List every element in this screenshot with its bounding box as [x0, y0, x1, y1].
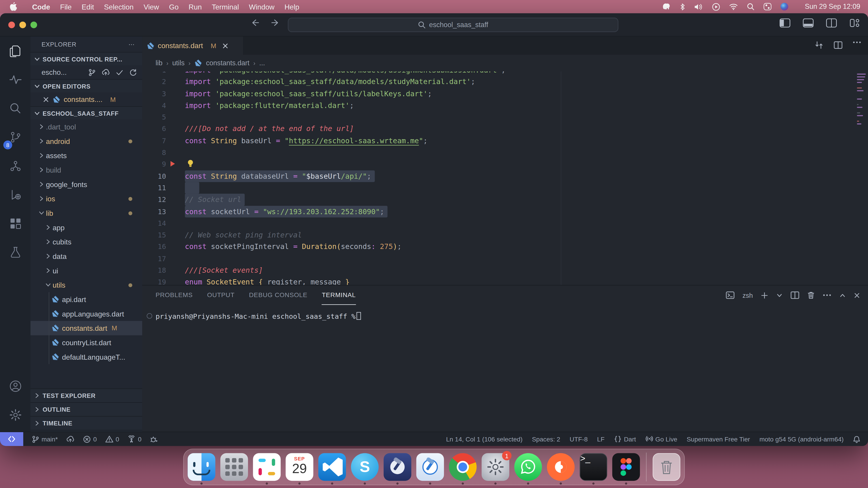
dock-whatsapp[interactable]	[514, 453, 542, 481]
toggle-panel-icon[interactable]	[803, 18, 814, 28]
activitybar-run-debug[interactable]	[0, 180, 31, 209]
code-line-11[interactable]: 11	[142, 182, 855, 194]
screen-mirror-icon[interactable]	[712, 2, 720, 11]
menu-run[interactable]: Run	[184, 2, 207, 11]
section-timeline[interactable]: TIMELINE	[31, 416, 143, 430]
code-line-10[interactable]: 10const String databaseUrl = "$baseUrl/a…	[142, 170, 855, 182]
sidebar-more-actions-icon[interactable]: ⋯	[128, 41, 135, 48]
code-line-16[interactable]: 16const socketPingInterval = Duration(se…	[142, 241, 855, 253]
refresh-icon[interactable]	[129, 68, 137, 76]
statusbar-remote-indicator[interactable]	[0, 432, 23, 446]
panel-tab-debug-console[interactable]: DEBUG CONSOLE	[249, 286, 307, 305]
tree-item-lib[interactable]: lib	[31, 206, 143, 220]
code-line-9[interactable]: 9	[142, 158, 855, 170]
breadcrumb-item-lib[interactable]: lib	[156, 59, 162, 67]
activitybar-pulse[interactable]	[0, 65, 31, 94]
open-changes-icon[interactable]	[814, 41, 824, 49]
terminal-more-actions-icon[interactable]	[823, 294, 831, 296]
code-line-8[interactable]: 8	[142, 147, 855, 158]
statusbar-git-branch[interactable]: main*	[32, 435, 58, 443]
code-line-1[interactable]: 1import 'package:eschool_saas_staff/data…	[142, 71, 855, 76]
menu-view[interactable]: View	[138, 2, 164, 11]
tree-item-appLanguages.dart[interactable]: appLanguages.dart	[31, 306, 143, 321]
code-line-6[interactable]: 6///[Do not add / at the end of the url]	[142, 123, 855, 135]
section-dependencies[interactable]: DEPENDENCIES	[31, 430, 143, 431]
branch-icon[interactable]	[88, 68, 96, 76]
split-terminal-icon[interactable]	[790, 291, 799, 299]
dock-skype[interactable]: S	[351, 453, 379, 481]
code-line-19[interactable]: 19enum SocketEvent { register, message }	[142, 276, 855, 285]
panel-tab-terminal[interactable]: TERMINAL	[322, 286, 356, 305]
tree-item-google_fonts[interactable]: google_fonts	[31, 177, 143, 192]
statusbar-language-mode[interactable]: Dart	[614, 435, 636, 443]
statusbar-debug-run[interactable]	[150, 435, 158, 443]
spotlight-icon[interactable]	[747, 3, 754, 10]
nav-forward-icon[interactable]	[270, 18, 280, 27]
terminal-profile-icon[interactable]	[726, 291, 735, 299]
panel-tab-problems[interactable]: PROBLEMS	[156, 286, 193, 305]
menu-window[interactable]: Window	[244, 2, 279, 11]
tree-item-.dart_tool[interactable]: .dart_tool	[31, 120, 143, 134]
toggle-secondary-sidebar-icon[interactable]	[826, 18, 837, 28]
code-line-5[interactable]: 5	[142, 111, 855, 123]
tree-item-countryList.dart[interactable]: countryList.dart	[31, 335, 143, 350]
minimize-window-button[interactable]	[20, 22, 26, 28]
code-line-4[interactable]: 4import 'package:flutter/material.dart';	[142, 100, 855, 111]
activitybar-account[interactable]	[0, 372, 31, 400]
dock-slack[interactable]	[253, 453, 281, 481]
code-line-2[interactable]: 2import 'package:eschool_saas_staff/data…	[142, 76, 855, 88]
menu-edit[interactable]: Edit	[76, 2, 99, 11]
cloud-upload-icon[interactable]	[101, 69, 110, 76]
launch-profile-icon[interactable]	[776, 292, 782, 298]
dock-postman[interactable]	[547, 453, 575, 481]
section-open-editors[interactable]: OPEN EDITORS	[31, 79, 143, 92]
tree-item-cubits[interactable]: cubits	[31, 234, 143, 249]
close-window-button[interactable]	[8, 22, 15, 28]
tree-item-assets[interactable]: assets	[31, 148, 143, 163]
statusbar-ports[interactable]: 0	[127, 435, 142, 443]
postgres-icon[interactable]	[661, 2, 671, 11]
tree-item-app[interactable]: app	[31, 220, 143, 235]
menu-help[interactable]: Help	[279, 2, 304, 11]
statusbar-device-selector[interactable]: moto g54 5G (android-arm64)	[760, 436, 844, 442]
tree-item-android[interactable]: android	[31, 134, 143, 149]
source-control-repo-row[interactable]: escho...	[31, 65, 143, 79]
tree-item-build[interactable]: build	[31, 163, 143, 177]
activitybar-organization[interactable]	[0, 152, 31, 180]
activitybar-search[interactable]	[0, 94, 31, 123]
code-line-13[interactable]: 13const socketUrl = "ws://193.203.162.25…	[142, 205, 855, 217]
breadcrumb-item-utils[interactable]: utils	[172, 59, 184, 67]
more-actions-icon[interactable]	[852, 41, 861, 49]
close-panel-icon[interactable]	[854, 292, 860, 298]
statusbar-warnings[interactable]: 0	[105, 435, 119, 443]
menu-go[interactable]: Go	[164, 2, 184, 11]
section-source-control[interactable]: SOURCE CONTROL REP...	[31, 52, 143, 65]
code-line-3[interactable]: 3import 'package:eschool_saas_staff/util…	[142, 88, 855, 99]
menu-code[interactable]: Code	[27, 2, 55, 11]
menu-file[interactable]: File	[55, 2, 76, 11]
statusbar-indentation[interactable]: Spaces: 2	[532, 436, 560, 442]
shell-label[interactable]: zsh	[743, 291, 753, 299]
statusbar-cursor-position[interactable]: Ln 14, Col 1 (106 selected)	[446, 436, 522, 442]
check-icon[interactable]	[116, 69, 123, 75]
code-line-12[interactable]: 12// Socket url	[142, 194, 855, 205]
maximize-panel-icon[interactable]	[839, 292, 846, 298]
tree-item-constants.dart[interactable]: constants.dartM	[31, 321, 143, 335]
tree-item-utils[interactable]: utils	[31, 278, 143, 292]
zoom-window-button[interactable]	[31, 22, 37, 28]
tree-item-ios[interactable]: ios	[31, 191, 143, 206]
kill-terminal-icon[interactable]	[807, 291, 815, 299]
tab-constants-dart[interactable]: constants.dart M	[142, 37, 243, 55]
code-line-18[interactable]: 18///[Socket events]	[142, 265, 855, 276]
panel-tab-output[interactable]: OUTPUT	[207, 286, 235, 305]
statusbar-sync[interactable]	[66, 435, 75, 443]
customize-layout-icon[interactable]	[849, 18, 860, 28]
activitybar-extensions[interactable]	[0, 209, 31, 238]
activitybar-testing[interactable]	[0, 238, 31, 267]
control-center-icon[interactable]	[763, 3, 772, 10]
tree-item-ui[interactable]: ui	[31, 263, 143, 278]
open-editor-item[interactable]: constants.... M	[31, 92, 143, 106]
statusbar-errors[interactable]: 0	[83, 435, 97, 443]
section-test-explorer[interactable]: TEST EXPLORER	[31, 388, 143, 402]
command-center-search[interactable]: eschool_saas_staff	[288, 18, 618, 32]
